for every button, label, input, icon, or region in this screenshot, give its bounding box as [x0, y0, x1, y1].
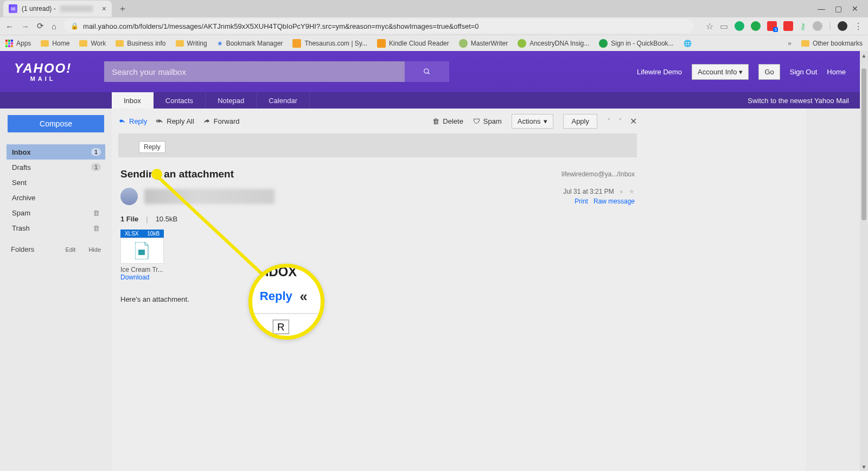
apps-button[interactable]: Apps [5, 40, 31, 47]
message-date: Jul 31 at 3:21 PM [563, 188, 614, 195]
shield-icon: 🛡 [473, 117, 480, 125]
folder-label: Trash [12, 224, 30, 232]
next-message-icon[interactable]: ˅ [618, 117, 622, 125]
apply-button[interactable]: Apply [563, 114, 597, 129]
trash-icon[interactable]: 🗑 [93, 224, 100, 232]
tab-close-icon[interactable]: × [102, 4, 106, 13]
bookmark-label: Sign in - QuickBook... [611, 40, 673, 47]
bookmark-label: Thesaurus.com | Sy... [304, 40, 367, 47]
attach-size: 10kB [147, 231, 159, 237]
home-link[interactable]: Home [827, 68, 846, 76]
folder-label: Drafts [12, 163, 31, 171]
bookmarks-overflow-icon[interactable]: » [788, 40, 792, 47]
close-window-icon[interactable]: ✕ [852, 4, 858, 13]
bookmark-masterwriter[interactable]: MasterWriter [459, 39, 508, 48]
prev-message-icon[interactable]: ˄ [607, 117, 611, 125]
other-bookmarks[interactable]: Other bookmarks [801, 40, 863, 47]
yahoo-logo[interactable]: YAHOO!MAIL [14, 62, 72, 82]
bookmark-manager[interactable]: ★Bookmark Manager [217, 40, 283, 47]
bookmark-label: MasterWriter [471, 40, 508, 47]
chrome-menu-icon[interactable]: ⋮ [854, 21, 863, 31]
page-scrollbar[interactable]: ▲ ▼ [860, 51, 868, 471]
folder-sent[interactable]: Sent [7, 175, 105, 190]
extension-icon-3[interactable]: 3 [767, 21, 777, 31]
search-button[interactable] [405, 61, 449, 82]
spam-button[interactable]: 🛡Spam [473, 117, 502, 125]
new-tab-button[interactable]: ＋ [115, 1, 130, 16]
account-info-dropdown[interactable]: Account Info ▾ [692, 64, 749, 80]
scroll-up-icon[interactable]: ▲ [860, 51, 868, 60]
account-label: Account Info [698, 68, 737, 76]
forward-button[interactable]: Forward [203, 117, 240, 125]
reload-icon[interactable]: ⟳ [37, 21, 44, 31]
star-icon[interactable]: ☆ [706, 21, 713, 31]
forward-icon[interactable]: → [21, 22, 29, 31]
extension-icon-4[interactable] [783, 21, 793, 31]
reply-all-button[interactable]: Reply All [156, 117, 194, 125]
folder-trash[interactable]: Trash🗑 [7, 220, 105, 236]
compose-button[interactable]: Compose [8, 115, 104, 132]
message-header-bar [118, 133, 637, 157]
bookmark-work[interactable]: Work [79, 40, 106, 47]
sign-out-link[interactable]: Sign Out [790, 68, 818, 76]
trash-icon[interactable]: 🗑 [93, 209, 100, 217]
reply-tooltip: Reply [139, 141, 165, 153]
extension-icon-5[interactable] [813, 21, 822, 31]
browser-tab[interactable]: ✉ (1 unread) - × [3, 1, 112, 17]
tab-notepad[interactable]: Notepad [206, 92, 257, 109]
scroll-down-icon[interactable]: ▼ [860, 462, 868, 471]
message-body: Here's an attachment. [118, 284, 637, 314]
actions-dropdown[interactable]: Actions▾ [512, 114, 554, 129]
close-message-icon[interactable]: ✕ [630, 116, 637, 126]
star-icon[interactable]: ★ [629, 188, 635, 195]
tab-inbox[interactable]: Inbox [112, 92, 154, 109]
delete-button[interactable]: 🗑Delete [432, 117, 463, 125]
maximize-icon[interactable]: ▢ [835, 4, 842, 13]
bookmark-writing[interactable]: Writing [176, 40, 207, 47]
extension-icon-2[interactable] [751, 21, 761, 31]
unread-dot-icon[interactable]: ● [620, 188, 623, 195]
profile-avatar-icon[interactable] [838, 21, 847, 31]
bookmark-thesaurus[interactable]: Thesaurus.com | Sy... [292, 39, 367, 48]
minimize-icon[interactable]: — [818, 4, 825, 13]
switch-new-mail-link[interactable]: Switch to the newest Yahoo Mail [748, 92, 860, 109]
download-link[interactable]: Download [120, 273, 164, 281]
yahoo-header: YAHOO!MAIL Lifewire Demo Account Info ▾ … [0, 51, 860, 92]
reader-icon[interactable]: ▭ [720, 21, 728, 31]
subject-row: Sending an attachment lifewiredemo@ya...… [118, 168, 637, 186]
print-link[interactable]: Print [575, 198, 588, 205]
bookmark-globe[interactable]: 🌐 [684, 40, 692, 47]
bookmark-label: Other bookmarks [813, 40, 863, 47]
spam-label: Spam [483, 117, 502, 125]
bookmark-kindle[interactable]: Kindle Cloud Reader [377, 39, 449, 48]
logo-text: YAHOO! [14, 61, 72, 75]
back-icon[interactable]: ← [5, 22, 14, 31]
folder-label: Sent [12, 179, 27, 187]
scroll-thumb[interactable] [861, 68, 866, 220]
folder-inbox[interactable]: Inbox1 [7, 144, 105, 160]
home-icon[interactable]: ⌂ [52, 22, 56, 31]
bookmark-ancestry[interactable]: AncestryDNA Insig... [518, 39, 589, 48]
tab-contacts[interactable]: Contacts [154, 92, 206, 109]
edit-folders-link[interactable]: Edit [65, 246, 75, 253]
go-button[interactable]: Go [758, 64, 780, 80]
extension-ancestry-icon[interactable]: ⚷ [800, 21, 806, 31]
extension-icon-1[interactable] [735, 21, 744, 31]
delete-label: Delete [443, 117, 463, 125]
raw-message-link[interactable]: Raw message [593, 198, 635, 205]
address-bar[interactable]: 🔒 mail.yahoo.com/b/folders/1/messages/AK… [64, 19, 694, 33]
bookmark-quickbooks[interactable]: Sign in - QuickBook... [599, 39, 673, 48]
reply-button[interactable]: Reply [118, 117, 147, 125]
sender-avatar[interactable] [120, 188, 138, 205]
folder-spam[interactable]: Spam🗑 [7, 205, 105, 220]
hide-folders-link[interactable]: Hide [88, 246, 101, 253]
tab-calendar[interactable]: Calendar [257, 92, 310, 109]
search-input[interactable] [104, 61, 405, 82]
folder-drafts[interactable]: Drafts1 [7, 160, 105, 175]
attachment-filename: Ice Cream Tr... [120, 266, 164, 273]
folder-archive[interactable]: Archive [7, 190, 105, 205]
attachment-item[interactable]: XLSX10kB Ice Cream Tr... Download [120, 230, 164, 281]
bookmark-business[interactable]: Business info [116, 40, 165, 47]
reply-arrow-icon [118, 117, 126, 125]
bookmark-home[interactable]: Home [41, 40, 69, 47]
